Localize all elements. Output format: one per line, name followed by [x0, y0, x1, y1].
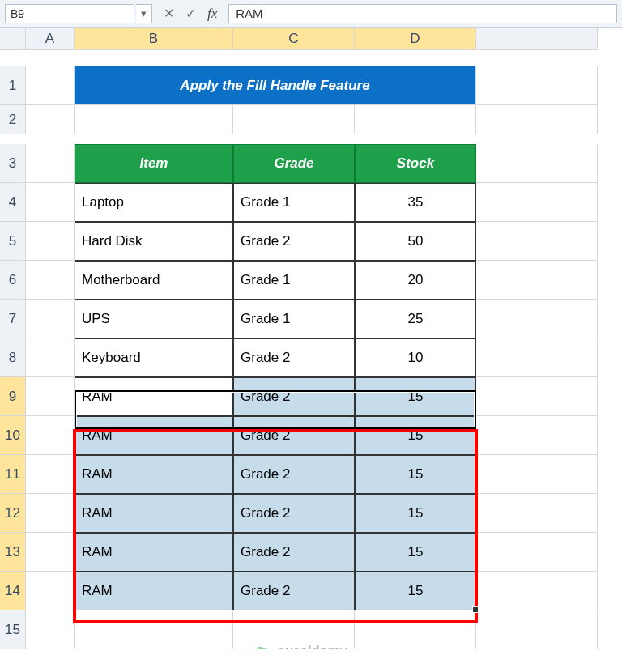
cell-C8[interactable]: Grade 2 [233, 338, 355, 377]
cell-A11[interactable] [26, 455, 75, 494]
cell-D4[interactable]: 35 [355, 183, 476, 222]
col-header-D[interactable]: D [355, 28, 476, 50]
cell-D2[interactable] [355, 105, 476, 134]
cancel-icon[interactable]: ✕ [164, 6, 174, 21]
row-header-8[interactable]: 8 [0, 338, 26, 377]
cell-A12[interactable] [26, 494, 75, 533]
cell-E8[interactable] [476, 338, 598, 377]
row-header-10[interactable]: 10 [0, 416, 26, 455]
col-header-extra[interactable] [476, 28, 598, 50]
cell-D14[interactable]: 15 [355, 572, 476, 610]
cell-E6[interactable] [476, 261, 598, 300]
cell-A10[interactable] [26, 416, 75, 455]
cell-D15[interactable] [355, 610, 476, 649]
cell-A9[interactable] [26, 377, 75, 416]
cell-B5[interactable]: Hard Disk [75, 222, 233, 261]
title-cell[interactable]: Apply the Fill Handle Feature [75, 66, 476, 105]
name-box-dropdown[interactable]: ▾ [136, 4, 152, 23]
row-header-14[interactable]: 14 [0, 572, 26, 610]
fx-icon[interactable]: fx [207, 6, 217, 22]
cell-C9[interactable]: Grade 2 [233, 377, 355, 416]
cell-E11[interactable] [476, 455, 598, 494]
row-header-3[interactable]: 3 [0, 144, 26, 183]
cell-A2[interactable] [26, 105, 75, 134]
select-all-corner[interactable] [0, 28, 26, 50]
cell-A5[interactable] [26, 222, 75, 261]
row-header-4[interactable]: 4 [0, 183, 26, 222]
cell-C11[interactable]: Grade 2 [233, 455, 355, 494]
cell-C7[interactable]: Grade 1 [233, 300, 355, 338]
cell-D7[interactable]: 25 [355, 300, 476, 338]
cell-C14[interactable]: Grade 2 [233, 572, 355, 610]
cell-A7[interactable] [26, 300, 75, 338]
cell-B7[interactable]: UPS [75, 300, 233, 338]
cell-B15[interactable] [75, 610, 233, 649]
grid[interactable]: A B C D 1 Apply the Fill Handle Feature … [0, 28, 622, 649]
table-header-grade[interactable]: Grade [233, 144, 355, 183]
cell-E14[interactable] [476, 572, 598, 610]
cell-A4[interactable] [26, 183, 75, 222]
cell-A6[interactable] [26, 261, 75, 300]
cell-B11[interactable]: RAM [75, 455, 233, 494]
cell-E10[interactable] [476, 416, 598, 455]
cell-E2[interactable] [476, 105, 598, 134]
cell-B10[interactable]: RAM [75, 416, 233, 455]
cell-A14[interactable] [26, 572, 75, 610]
cell-C12[interactable]: Grade 2 [233, 494, 355, 533]
cell-E5[interactable] [476, 222, 598, 261]
cell-D6[interactable]: 20 [355, 261, 476, 300]
cell-D10[interactable]: 15 [355, 416, 476, 455]
cell-B4[interactable]: Laptop [75, 183, 233, 222]
row-header-2[interactable]: 2 [0, 105, 26, 134]
enter-icon[interactable]: ✓ [185, 6, 196, 21]
row-header-1[interactable]: 1 [0, 66, 26, 105]
cell-D13[interactable]: 15 [355, 533, 476, 572]
table-header-stock[interactable]: Stock [355, 144, 476, 183]
formula-bar[interactable]: RAM [228, 4, 617, 23]
cell-E3[interactable] [476, 144, 598, 183]
cell-D11[interactable]: 15 [355, 455, 476, 494]
cell-E13[interactable] [476, 533, 598, 572]
col-header-B[interactable]: B [75, 28, 233, 50]
row-header-11[interactable]: 11 [0, 455, 26, 494]
cell-D5[interactable]: 50 [355, 222, 476, 261]
cell-D12[interactable]: 15 [355, 494, 476, 533]
cell-C4[interactable]: Grade 1 [233, 183, 355, 222]
cell-A15[interactable] [26, 610, 75, 649]
cell-E15[interactable] [476, 610, 598, 649]
cell-C6[interactable]: Grade 1 [233, 261, 355, 300]
cell-B12[interactable]: RAM [75, 494, 233, 533]
cell-C2[interactable] [233, 105, 355, 134]
row-header-13[interactable]: 13 [0, 533, 26, 572]
row-header-12[interactable]: 12 [0, 494, 26, 533]
row-header-7[interactable]: 7 [0, 300, 26, 338]
fill-handle[interactable] [472, 606, 479, 613]
cell-B9[interactable]: RAM [75, 377, 233, 416]
row-header-9[interactable]: 9 [0, 377, 26, 416]
cell-C10[interactable]: Grade 2 [233, 416, 355, 455]
cell-A1[interactable] [26, 66, 75, 105]
cell-A13[interactable] [26, 533, 75, 572]
cell-B6[interactable]: Motherboard [75, 261, 233, 300]
cell-E12[interactable] [476, 494, 598, 533]
col-header-C[interactable]: C [233, 28, 355, 50]
cell-E4[interactable] [476, 183, 598, 222]
cell-D9[interactable]: 15 [355, 377, 476, 416]
name-box[interactable]: B9 [5, 4, 134, 23]
cell-B13[interactable]: RAM [75, 533, 233, 572]
row-header-15[interactable]: 15 [0, 610, 26, 649]
cell-C5[interactable]: Grade 2 [233, 222, 355, 261]
cell-B8[interactable]: Keyboard [75, 338, 233, 377]
table-header-item[interactable]: Item [75, 144, 233, 183]
cell-E9[interactable] [476, 377, 598, 416]
cell-C13[interactable]: Grade 2 [233, 533, 355, 572]
cell-E1[interactable] [476, 66, 598, 105]
col-header-A[interactable]: A [26, 28, 75, 50]
row-header-6[interactable]: 6 [0, 261, 26, 300]
cell-E7[interactable] [476, 300, 598, 338]
cell-B14[interactable]: RAM [75, 572, 233, 610]
cell-A8[interactable] [26, 338, 75, 377]
cell-C15[interactable] [233, 610, 355, 649]
cell-A3[interactable] [26, 144, 75, 183]
cell-D8[interactable]: 10 [355, 338, 476, 377]
